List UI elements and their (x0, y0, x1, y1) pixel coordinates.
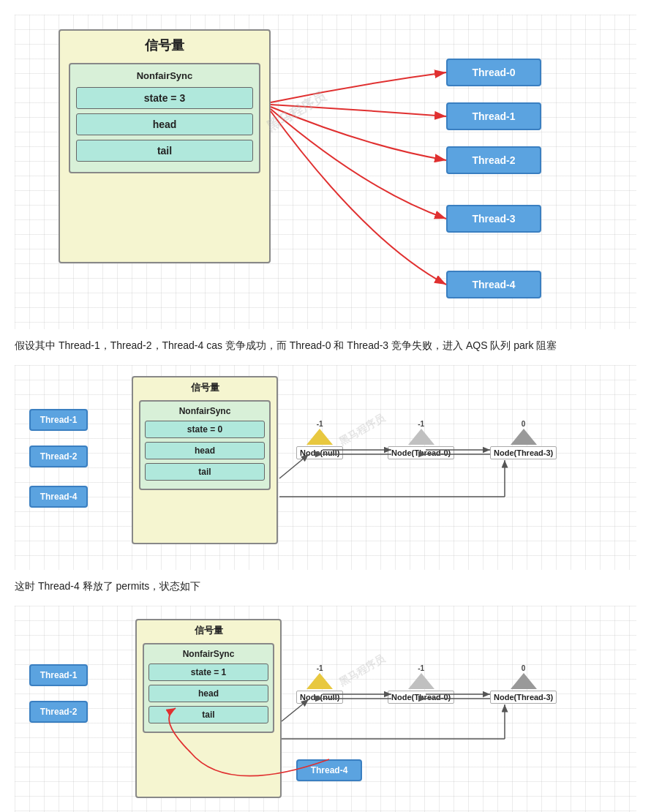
paragraph-1: 假设其中 Thread-1，Thread-2，Thread-4 cas 竞争成功… (15, 337, 636, 355)
diag2-tail: tail (145, 463, 265, 481)
diag2-thread4: Thread-4 (29, 486, 88, 508)
watermark-1: 黑马程序员 (263, 87, 329, 135)
node-thread0-3: -1 Node(Thread-0) (388, 664, 454, 704)
diagram2: Thread-1 Thread-2 Thread-4 信号量 NonfairSy… (15, 365, 636, 570)
thread-0-box: Thread-0 (446, 59, 541, 86)
semaphore-box-1: 信号量 NonfairSync state = 3 head tail (59, 29, 271, 263)
watermark-3: 黑马程序员 (336, 653, 388, 690)
node-thread3-3: 0 Node(Thread-3) (490, 664, 557, 704)
field-head-1: head (76, 113, 253, 135)
diag3-thread4: Thread-4 (296, 759, 362, 781)
watermark-2: 黑马程序员 (336, 412, 388, 449)
diag3-state: state = 1 (148, 663, 268, 681)
node-thread0-2: -1 Node(Thread-0) (388, 420, 454, 459)
diag3-thread2: Thread-2 (29, 701, 88, 723)
semaphore-title-1: 信号量 (60, 31, 269, 59)
semaphore-box-2: 信号量 NonfairSync state = 0 head tail (132, 376, 278, 544)
paragraph-2: 这时 Thread-4 释放了 permits，状态如下 (15, 577, 636, 595)
diag3-head: head (148, 685, 268, 702)
nonfairsync-box-2: NonfairSync state = 0 head tail (139, 400, 271, 490)
node-null-2: -1 Node(null) (296, 420, 343, 459)
diagram1: 信号量 NonfairSync state = 3 head tail Thre… (15, 15, 636, 329)
nonfairsync-title-2: NonfairSync (145, 406, 265, 416)
diag3-tail: tail (148, 706, 268, 723)
thread-3-box: Thread-3 (446, 205, 541, 233)
diagram2-arrows (15, 365, 636, 570)
diag2-thread2: Thread-2 (29, 446, 88, 467)
thread-2-box: Thread-2 (446, 146, 541, 174)
diag2-head: head (145, 442, 265, 459)
diag2-state: state = 0 (145, 421, 265, 438)
diag3-thread1: Thread-1 (29, 664, 88, 686)
field-state-1: state = 3 (76, 87, 253, 109)
semaphore-box-3: 信号量 NonfairSync state = 1 head tail (135, 619, 282, 798)
diag2-thread1: Thread-1 (29, 409, 88, 431)
semaphore-title-3: 信号量 (137, 620, 280, 640)
nonfairsync-box-1: NonfairSync state = 3 head tail (69, 63, 260, 173)
nonfairsync-box-3: NonfairSync state = 1 head tail (143, 643, 274, 733)
semaphore-title-2: 信号量 (133, 377, 276, 397)
field-tail-1: tail (76, 140, 253, 162)
page-content: 信号量 NonfairSync state = 3 head tail Thre… (15, 15, 636, 812)
nonfairsync-title-1: NonfairSync (76, 70, 253, 81)
nonfairsync-title-3: NonfairSync (148, 649, 268, 659)
thread-1-box: Thread-1 (446, 102, 541, 130)
diagram3: Thread-1 Thread-2 信号量 NonfairSync state … (15, 606, 636, 812)
node-thread3-2: 0 Node(Thread-3) (490, 420, 557, 459)
thread-4-box: Thread-4 (446, 271, 541, 298)
node-null-3: -1 Node(null) (296, 664, 343, 704)
